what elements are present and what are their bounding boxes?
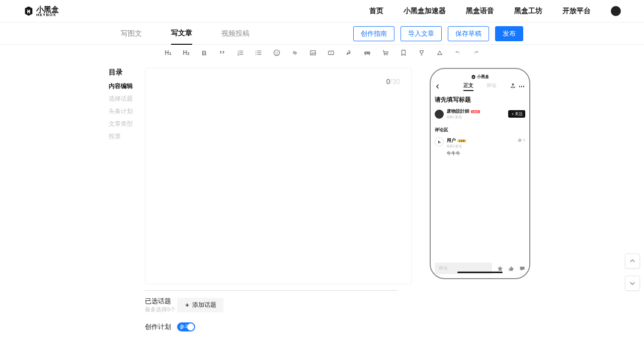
author-badge: LV.0 [471,110,480,113]
user-avatar[interactable] [611,6,621,16]
quote-icon[interactable] [218,48,227,57]
svg-point-0 [274,50,279,55]
thumb-icon[interactable] [508,266,514,272]
heybox-logo-icon [471,74,476,79]
ordered-list-icon[interactable] [236,48,245,57]
author-meta: 刚刚·某地 [447,115,508,120]
draft-button[interactable]: 保存草稿 [448,26,489,41]
more-icon[interactable]: ⋯ [519,83,525,90]
shop-icon[interactable] [381,48,390,57]
phone-frame: 小黑盒 正文 评论 ⋯ 请先填写标题 [430,68,530,279]
scroll-up-button[interactable] [625,253,640,269]
topbar: 小黑盒 HEYBOX 首页 小黑盒加速器 黑盒语音 黑盒工坊 开放平台 [0,0,644,23]
unordered-list-icon[interactable] [254,48,263,57]
h1-icon[interactable]: H₁ [164,48,173,57]
bookmark-icon[interactable] [399,48,408,57]
guide-button[interactable]: 创作指南 [353,26,394,41]
toc-item-topic[interactable]: 选择话题 [109,95,133,103]
video-icon[interactable] [327,48,336,57]
brand-logo[interactable]: 小黑盒 HEYBOX [23,6,59,17]
emoji-icon[interactable] [272,48,281,57]
svg-point-7 [387,55,388,56]
undo-icon[interactable] [453,48,462,57]
content-tabbar: 写图文 写文章 视频投稿 创作指南 导入文章 保存草稿 发布 [0,23,644,45]
redo-icon[interactable] [471,48,480,57]
nav-voice[interactable]: 黑盒语音 [466,7,494,16]
scroll-buttons [625,253,640,291]
comment-avatar[interactable]: h [435,137,444,146]
svg-point-2 [277,52,278,53]
author-avatar[interactable] [435,110,444,119]
publish-button[interactable]: 发布 [495,26,523,41]
heybox-logo-icon [23,6,34,17]
tab-image[interactable]: 写图文 [121,23,142,45]
comments-section-title: 评论区 [435,127,525,133]
svg-point-4 [311,52,312,53]
comment-text: 牛牛牛 [447,150,517,157]
tab-article[interactable]: 写文章 [171,23,192,45]
game-icon[interactable] [363,48,372,57]
add-topic-button[interactable]: ＋ 添加话题 [177,298,223,312]
comment-badge: LV.0 [457,139,466,142]
nav-home[interactable]: 首页 [369,7,383,16]
preview-tab-comments[interactable]: 评论 [487,82,497,91]
share-icon[interactable] [510,83,516,90]
plan-toggle[interactable]: 参与 [177,322,195,331]
brand-sub: HEYBOX [36,13,59,17]
back-icon[interactable] [435,83,442,90]
toc-title: 目录 [109,68,133,77]
brand-name: 小黑盒 [36,6,59,13]
selected-topic-hint: 最多选择5个 [145,306,177,313]
trophy-icon[interactable] [417,48,426,57]
link-icon[interactable] [290,48,299,57]
preview-tab-body[interactable]: 正文 [463,82,473,91]
selected-topic-label: 已选话题 [145,297,177,306]
toc-sidebar: 目录 内容编辑 选择话题 头条计划 文章类型 投票 [109,68,133,339]
follow-button[interactable]: ＋关注 [508,110,525,118]
toc-item-edit[interactable]: 内容编辑 [109,82,133,91]
music-icon[interactable] [345,48,354,57]
nav-accelerator[interactable]: 小黑盒加速器 [404,7,446,16]
toc-item-vote[interactable]: 投票 [109,132,133,141]
preview-title: 请先填写标题 [435,96,525,104]
author-name[interactable]: 废物設計師 [447,108,469,115]
import-button[interactable]: 导入文章 [400,26,442,41]
home-indicator [457,272,503,273]
top-nav: 首页 小黑盒加速器 黑盒语音 黑盒工坊 开放平台 [369,6,621,16]
chat-icon[interactable] [519,266,525,272]
like-button[interactable]: 0 [517,137,525,142]
editor-toolbar: H₁ H₂ B [0,45,644,58]
nav-workshop[interactable]: 黑盒工坊 [514,7,542,16]
scroll-down-button[interactable] [625,276,640,291]
image-icon[interactable] [308,48,317,57]
svg-point-6 [384,55,385,56]
star-icon[interactable] [497,266,503,272]
toc-item-type[interactable]: 文章类型 [109,120,133,128]
tab-video[interactable]: 视频投稿 [221,23,250,45]
plan-label: 创作计划 [145,322,177,331]
editor-area[interactable]: 0/30 [145,68,412,284]
comment-meta: 刚刚·某地 [447,144,517,149]
divider [145,290,397,291]
preview-brand: 小黑盒 [435,74,525,79]
comment-username[interactable]: 用户 [447,137,456,144]
settings-panel: 已选话题 最多选择5个 ＋ 添加话题 创作计划 参与 选择计划 文盲计划 [145,297,412,339]
h2-icon[interactable]: H₂ [182,48,191,57]
nav-open[interactable]: 开放平台 [562,7,591,16]
triangle-icon[interactable] [435,48,444,57]
svg-point-1 [275,52,276,53]
preview-panel: 小黑盒 正文 评论 ⋯ 请先填写标题 [430,68,530,339]
toc-item-headline[interactable]: 头条计划 [109,107,133,116]
bold-icon[interactable]: B [200,48,209,57]
char-counter: 0/30 [386,77,400,86]
